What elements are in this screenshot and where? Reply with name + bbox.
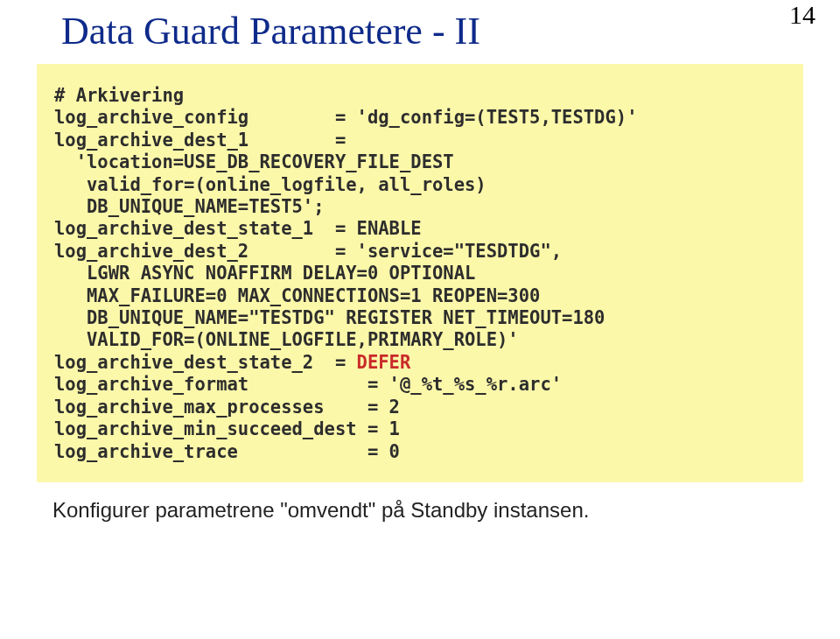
code-line: DB_UNIQUE_NAME="TESTDG" REGISTER NET_TIM… xyxy=(54,307,786,329)
code-line: valid_for=(online_logfile, all_roles) xyxy=(54,174,786,196)
code-line: DB_UNIQUE_NAME=TEST5'; xyxy=(54,196,786,218)
code-line: log_archive_trace = 0 xyxy=(54,441,786,463)
code-line: 'location=USE_DB_RECOVERY_FILE_DEST xyxy=(54,151,786,173)
code-line: log_archive_min_succeed_dest = 1 xyxy=(54,418,786,440)
code-line: log_archive_dest_state_1 = ENABLE xyxy=(54,218,786,240)
code-line: # Arkivering xyxy=(54,85,786,107)
code-line: MAX_FAILURE=0 MAX_CONNECTIONS=1 REOPEN=3… xyxy=(54,285,786,307)
code-line: log_archive_config = 'dg_config=(TEST5,T… xyxy=(54,107,786,129)
slide: 14 Data Guard Parametere - II # Arkiveri… xyxy=(0,0,840,639)
code-line: log_archive_format = '@_%t_%s_%r.arc' xyxy=(54,374,786,396)
slide-title: Data Guard Parametere - II xyxy=(61,9,840,53)
code-line: log_archive_dest_state_2 = DEFER xyxy=(54,352,786,374)
slide-caption: Konfigurer parametrene "omvendt" på Stan… xyxy=(52,498,840,523)
code-line: log_archive_max_processes = 2 xyxy=(54,397,786,418)
code-line: log_archive_dest_1 = xyxy=(54,130,786,151)
code-text: log_archive_dest_state_2 = xyxy=(54,352,357,373)
code-line: log_archive_dest_2 = 'service="TESDTDG", xyxy=(54,241,786,263)
code-line: LGWR ASYNC NOAFFIRM DELAY=0 OPTIONAL xyxy=(54,263,786,284)
code-block: # Arkivering log_archive_config = 'dg_co… xyxy=(37,64,803,482)
page-number: 14 xyxy=(789,0,816,30)
code-line: VALID_FOR=(ONLINE_LOGFILE,PRIMARY_ROLE)' xyxy=(54,329,786,351)
code-highlight: DEFER xyxy=(357,352,411,373)
